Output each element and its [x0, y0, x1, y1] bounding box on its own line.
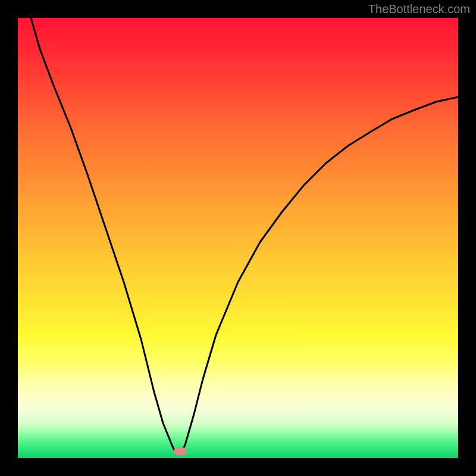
chart-frame: TheBottleneck.com: [0, 0, 476, 476]
curve-svg: [18, 18, 458, 458]
plot-area: [18, 18, 458, 458]
bottleneck-curve-path: [31, 18, 458, 454]
optimal-marker: [174, 447, 187, 455]
watermark-label: TheBottleneck.com: [368, 2, 470, 16]
